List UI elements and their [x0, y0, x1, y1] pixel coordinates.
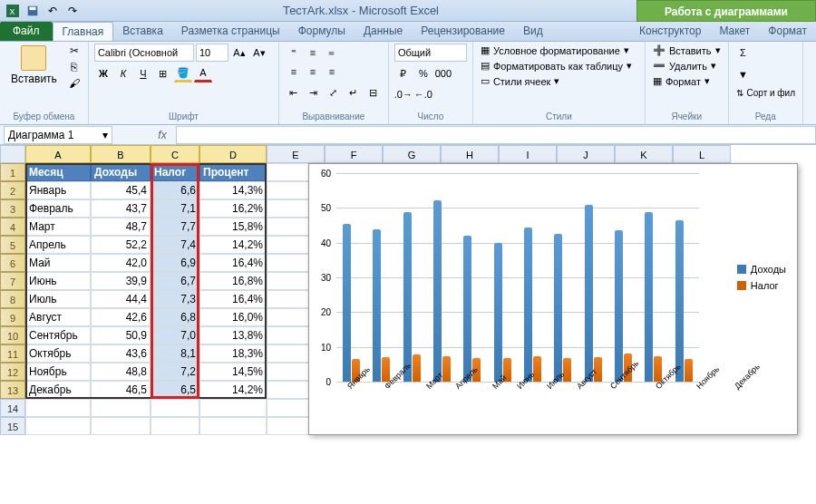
- row-header[interactable]: 3: [0, 199, 25, 218]
- format-as-table-button[interactable]: ▤Форматировать как таблицу ▾: [479, 59, 634, 73]
- tab-view[interactable]: Вид: [514, 22, 552, 41]
- tab-chart-layout[interactable]: Макет: [710, 22, 759, 41]
- row-header[interactable]: 7: [0, 272, 25, 290]
- align-center-icon[interactable]: ≡: [304, 63, 322, 81]
- col-header-E[interactable]: E: [267, 145, 325, 163]
- data-cell[interactable]: 48,7: [91, 218, 151, 236]
- row-header[interactable]: 14: [0, 399, 25, 417]
- tab-formulas[interactable]: Формулы: [289, 22, 355, 41]
- data-cell[interactable]: 6,5: [151, 381, 199, 399]
- data-cell[interactable]: 42,0: [91, 254, 151, 272]
- data-cell[interactable]: 15,8%: [199, 218, 267, 236]
- decrease-font-icon[interactable]: A▾: [250, 44, 268, 62]
- data-cell[interactable]: 14,5%: [199, 363, 267, 381]
- format-painter-icon[interactable]: 🖌: [66, 76, 83, 91]
- fx-icon[interactable]: fx: [149, 129, 176, 141]
- row-header[interactable]: 1: [0, 163, 25, 181]
- data-cell[interactable]: 16,2%: [199, 199, 267, 218]
- data-cell[interactable]: 14,2%: [199, 381, 267, 399]
- worksheet-grid[interactable]: 123456789101112131415 ABCDEFGHIJKL Месяц…: [0, 145, 816, 435]
- data-cell[interactable]: Февраль: [25, 199, 91, 218]
- data-cell[interactable]: Январь: [25, 181, 91, 199]
- sort-filter-button[interactable]: ⇅ Сорт и фил: [734, 87, 798, 99]
- data-cell[interactable]: 18,3%: [199, 344, 267, 363]
- data-cell[interactable]: Июль: [25, 290, 91, 308]
- fill-icon[interactable]: ▼: [734, 65, 753, 83]
- undo-icon[interactable]: ↶: [44, 2, 62, 20]
- currency-icon[interactable]: ₽: [394, 64, 413, 82]
- empty-cell[interactable]: [151, 399, 199, 417]
- data-cell[interactable]: 52,2: [91, 236, 151, 254]
- italic-button[interactable]: К: [114, 64, 132, 82]
- bold-button[interactable]: Ж: [94, 64, 112, 82]
- data-cell[interactable]: 6,8: [151, 308, 199, 326]
- tab-chart-format[interactable]: Формат: [759, 22, 816, 41]
- data-cell[interactable]: Апрель: [25, 236, 91, 254]
- data-cell[interactable]: Ноябрь: [25, 363, 91, 381]
- table-header[interactable]: Налог: [151, 163, 199, 181]
- row-header[interactable]: 8: [0, 290, 25, 308]
- tab-review[interactable]: Рецензирование: [412, 22, 514, 41]
- data-cell[interactable]: Декабрь: [25, 381, 91, 399]
- font-name-select[interactable]: [94, 44, 194, 62]
- col-header-C[interactable]: C: [151, 145, 199, 163]
- data-cell[interactable]: 7,4: [151, 236, 199, 254]
- data-cell[interactable]: 43,7: [91, 199, 151, 218]
- wrap-text-icon[interactable]: ↵: [345, 83, 363, 102]
- data-cell[interactable]: 7,1: [151, 199, 199, 218]
- data-cell[interactable]: 14,3%: [199, 181, 267, 199]
- underline-button[interactable]: Ч: [134, 64, 152, 82]
- tab-chart-design[interactable]: Конструктор: [630, 22, 710, 41]
- data-cell[interactable]: Июнь: [25, 272, 91, 290]
- row-header[interactable]: 4: [0, 218, 25, 236]
- embedded-chart[interactable]: 0102030405060 ЯнварьФевральМартАпрельМай…: [308, 163, 798, 435]
- number-format-select[interactable]: [394, 44, 467, 62]
- data-cell[interactable]: 16,4%: [199, 254, 267, 272]
- row-header[interactable]: 10: [0, 326, 25, 344]
- align-middle-icon[interactable]: ≡: [304, 44, 322, 62]
- align-left-icon[interactable]: ≡: [285, 63, 303, 81]
- decrease-indent-icon[interactable]: ⇤: [285, 83, 303, 102]
- col-header-F[interactable]: F: [325, 145, 383, 163]
- data-cell[interactable]: Август: [25, 308, 91, 326]
- data-cell[interactable]: 13,8%: [199, 326, 267, 344]
- data-cell[interactable]: Май: [25, 254, 91, 272]
- data-cell[interactable]: 46,5: [91, 381, 151, 399]
- name-box[interactable]: Диаграмма 1 ▾: [4, 126, 112, 144]
- col-header-D[interactable]: D: [199, 145, 267, 163]
- conditional-formatting-button[interactable]: ▦Условное форматирование ▾: [479, 44, 631, 57]
- data-cell[interactable]: 8,1: [151, 344, 199, 363]
- empty-cell[interactable]: [199, 399, 267, 417]
- data-cell[interactable]: 7,2: [151, 363, 199, 381]
- decrease-decimal-icon[interactable]: ←.0: [414, 85, 432, 103]
- row-header[interactable]: 5: [0, 236, 25, 254]
- tab-data[interactable]: Данные: [355, 22, 412, 41]
- data-cell[interactable]: 6,6: [151, 181, 199, 199]
- formula-input[interactable]: [176, 126, 816, 144]
- data-cell[interactable]: 45,4: [91, 181, 151, 199]
- data-cell[interactable]: 16,4%: [199, 290, 267, 308]
- increase-decimal-icon[interactable]: .0→: [394, 85, 413, 103]
- col-header-I[interactable]: I: [499, 145, 557, 163]
- data-cell[interactable]: 6,9: [151, 254, 199, 272]
- col-header-H[interactable]: H: [441, 145, 499, 163]
- delete-cells-button[interactable]: ➖ Удалить ▾: [651, 59, 718, 73]
- data-cell[interactable]: Октябрь: [25, 344, 91, 363]
- empty-cell[interactable]: [151, 417, 199, 435]
- data-cell[interactable]: 7,3: [151, 290, 199, 308]
- data-cell[interactable]: 50,9: [91, 326, 151, 344]
- empty-cell[interactable]: [25, 399, 91, 417]
- col-header-A[interactable]: A: [25, 145, 91, 163]
- data-cell[interactable]: Март: [25, 218, 91, 236]
- increase-indent-icon[interactable]: ⇥: [305, 83, 323, 102]
- border-button[interactable]: ⊞: [154, 64, 172, 82]
- empty-cell[interactable]: [91, 399, 151, 417]
- paste-button[interactable]: Вставить: [5, 44, 63, 87]
- select-all-corner[interactable]: [0, 145, 25, 163]
- tab-insert[interactable]: Вставка: [113, 22, 172, 41]
- col-header-K[interactable]: K: [615, 145, 673, 163]
- orientation-icon[interactable]: ⤢: [325, 83, 343, 102]
- data-cell[interactable]: 16,0%: [199, 308, 267, 326]
- col-header-J[interactable]: J: [557, 145, 615, 163]
- percent-icon[interactable]: %: [414, 64, 432, 82]
